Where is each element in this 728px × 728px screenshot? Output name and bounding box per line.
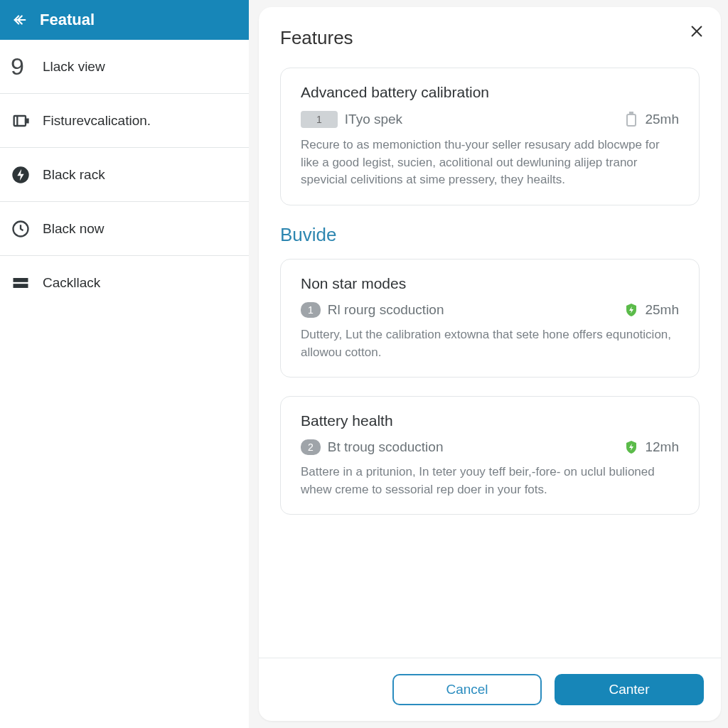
card-desc: Duttery, Lut the calibration extowna tha… xyxy=(301,326,679,361)
feature-card-battery-health[interactable]: Battery health 2 Bt troug scoduction 12m… xyxy=(280,396,700,515)
battery-icon xyxy=(10,110,31,132)
card-meta: 25mh xyxy=(625,302,679,318)
sidebar-item-black-rack[interactable]: Black rack xyxy=(0,148,249,202)
sidebar-item-black-now[interactable]: Black now xyxy=(0,202,249,256)
sidebar-header: Featual xyxy=(0,0,249,40)
card-row: 1 Rl rourg scoduction 25mh xyxy=(301,302,679,318)
shield-bolt-icon xyxy=(625,303,638,317)
confirm-button[interactable]: Canter xyxy=(555,674,704,705)
card-sub-text: ITyo spek xyxy=(345,112,402,127)
svg-rect-13 xyxy=(630,112,633,114)
card-badge: 1 xyxy=(301,302,321,318)
svg-rect-12 xyxy=(627,114,636,126)
sidebar-item-label: Fisturevcalication. xyxy=(43,113,151,129)
card-meta-text: 12mh xyxy=(645,439,679,455)
svg-rect-3 xyxy=(14,116,26,126)
close-button[interactable] xyxy=(687,21,707,41)
svg-rect-9 xyxy=(14,284,28,288)
panel-title: Features xyxy=(280,27,700,49)
card-meta-text: 25mh xyxy=(645,112,679,127)
card-badge: 1 xyxy=(301,111,338,128)
sidebar: Featual 9 Llack view Fisturevcalication.… xyxy=(0,0,249,728)
card-desc: Battere in a pritunion, In teter youy te… xyxy=(301,464,679,498)
card-title: Advanced battery calibration xyxy=(301,84,679,101)
feature-card-non-star-modes[interactable]: Non star modes 1 Rl rourg scoduction 25m… xyxy=(280,259,700,378)
shield-bolt-icon xyxy=(625,440,638,454)
panel: Features Advanced battery calibration 1 … xyxy=(259,7,721,721)
app-root: Featual 9 Llack view Fisturevcalication.… xyxy=(0,0,728,728)
card-sub-text: Bt troug scoduction xyxy=(328,439,444,455)
panel-wrap: Features Advanced battery calibration 1 … xyxy=(249,0,728,728)
card-meta-text: 25mh xyxy=(645,302,679,318)
card-sub: 1 ITyo spek xyxy=(301,111,402,128)
card-desc: Recure to as memoniction thu-your seller… xyxy=(301,136,679,189)
feature-card-advanced-battery[interactable]: Advanced battery calibration 1 ITyo spek… xyxy=(280,68,700,205)
card-meta: 25mh xyxy=(625,112,679,127)
card-meta: 12mh xyxy=(625,439,679,455)
card-row: 2 Bt troug scoduction 12mh xyxy=(301,439,679,455)
bolt-circle-icon xyxy=(10,164,31,186)
card-row: 1 ITyo spek 25mh xyxy=(301,111,679,128)
section-title: Buvide xyxy=(280,224,700,246)
sidebar-item-fisture[interactable]: Fisturevcalication. xyxy=(0,94,249,148)
card-title: Non star modes xyxy=(301,275,679,292)
svg-rect-8 xyxy=(14,278,28,282)
card-sub: 2 Bt troug scoduction xyxy=(301,439,443,455)
battery-outline-icon xyxy=(625,112,638,127)
stack-icon xyxy=(10,272,31,294)
card-title: Battery health xyxy=(301,412,679,429)
panel-body: Features Advanced battery calibration 1 … xyxy=(259,7,721,658)
svg-rect-4 xyxy=(26,119,28,122)
sidebar-item-label: Llack view xyxy=(43,59,105,75)
cancel-button[interactable]: Cancel xyxy=(392,674,542,705)
card-sub-text: Rl rourg scoduction xyxy=(328,302,444,318)
sidebar-item-label: Cackllack xyxy=(43,275,100,291)
card-sub: 1 Rl rourg scoduction xyxy=(301,302,444,318)
svg-text:9: 9 xyxy=(11,55,24,79)
card-badge: 2 xyxy=(301,439,321,455)
sidebar-item-cacklack[interactable]: Cackllack xyxy=(0,256,249,310)
panel-footer: Cancel Canter xyxy=(259,658,721,721)
digit-nine-icon: 9 xyxy=(10,56,31,77)
sidebar-item-label: Black rack xyxy=(43,167,105,183)
clock-icon xyxy=(10,218,31,240)
sidebar-item-lack-view[interactable]: 9 Llack view xyxy=(0,40,249,94)
close-icon xyxy=(689,23,705,39)
sidebar-title: Featual xyxy=(40,11,95,29)
sidebar-item-label: Black now xyxy=(43,221,105,237)
back-button[interactable] xyxy=(10,10,30,30)
